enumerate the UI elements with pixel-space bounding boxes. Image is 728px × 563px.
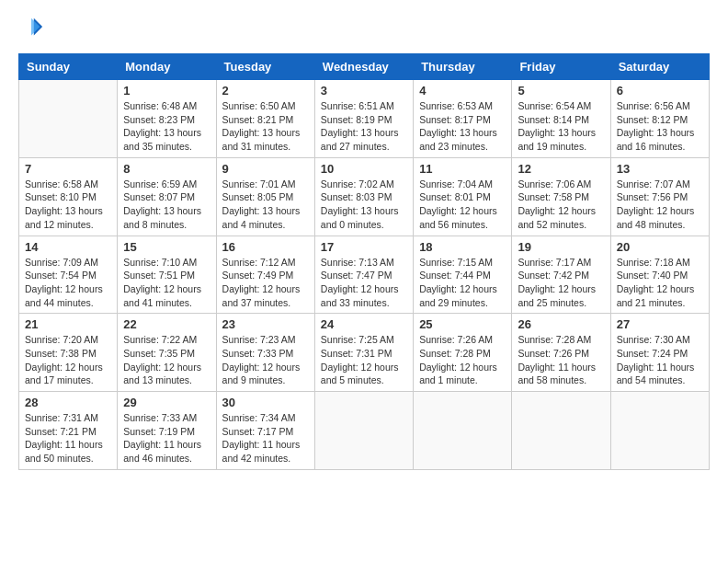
calendar-cell: 8Sunrise: 6:59 AM Sunset: 8:07 PM Daylig…	[118, 157, 216, 236]
day-number: 15	[123, 240, 210, 254]
day-number: 9	[222, 162, 309, 176]
day-number: 22	[123, 317, 210, 331]
day-info: Sunrise: 7:17 AM Sunset: 7:42 PM Dayligh…	[518, 256, 604, 310]
day-info: Sunrise: 6:50 AM Sunset: 8:21 PM Dayligh…	[222, 99, 309, 154]
day-info: Sunrise: 7:20 AM Sunset: 7:38 PM Dayligh…	[25, 333, 111, 387]
day-info: Sunrise: 7:34 AM Sunset: 7:17 PM Dayligh…	[222, 411, 309, 465]
calendar-cell: 1Sunrise: 6:48 AM Sunset: 8:23 PM Daylig…	[118, 80, 216, 158]
day-info: Sunrise: 7:26 AM Sunset: 7:28 PM Dayligh…	[419, 333, 506, 387]
day-info: Sunrise: 7:28 AM Sunset: 7:26 PM Dayligh…	[518, 333, 604, 387]
calendar-cell: 22Sunrise: 7:22 AM Sunset: 7:35 PM Dayli…	[118, 314, 216, 392]
calendar-cell: 30Sunrise: 7:34 AM Sunset: 7:17 PM Dayli…	[216, 392, 314, 470]
calendar-week-row: 1Sunrise: 6:48 AM Sunset: 8:23 PM Daylig…	[19, 80, 710, 158]
day-number: 4	[419, 84, 506, 98]
day-info: Sunrise: 6:51 AM Sunset: 8:19 PM Dayligh…	[321, 99, 407, 154]
day-info: Sunrise: 7:18 AM Sunset: 7:40 PM Dayligh…	[617, 256, 703, 310]
calendar-cell: 23Sunrise: 7:23 AM Sunset: 7:33 PM Dayli…	[216, 314, 314, 392]
calendar-cell: 18Sunrise: 7:15 AM Sunset: 7:44 PM Dayli…	[414, 236, 512, 314]
calendar-cell	[414, 392, 512, 470]
day-info: Sunrise: 7:33 AM Sunset: 7:19 PM Dayligh…	[123, 411, 210, 465]
day-info: Sunrise: 6:48 AM Sunset: 8:23 PM Dayligh…	[123, 99, 210, 154]
day-info: Sunrise: 6:54 AM Sunset: 8:14 PM Dayligh…	[518, 99, 604, 154]
calendar-header-row: SundayMondayTuesdayWednesdayThursdayFrid…	[19, 54, 710, 80]
day-number: 26	[518, 317, 604, 331]
logo	[18, 18, 44, 44]
day-number: 11	[419, 162, 506, 176]
calendar-cell: 28Sunrise: 7:31 AM Sunset: 7:21 PM Dayli…	[19, 392, 118, 470]
calendar-week-row: 14Sunrise: 7:09 AM Sunset: 7:54 PM Dayli…	[19, 236, 710, 314]
calendar-cell: 7Sunrise: 6:58 AM Sunset: 8:10 PM Daylig…	[19, 157, 118, 236]
day-info: Sunrise: 7:31 AM Sunset: 7:21 PM Dayligh…	[25, 411, 111, 465]
calendar-cell: 10Sunrise: 7:02 AM Sunset: 8:03 PM Dayli…	[314, 157, 413, 236]
calendar-week-row: 21Sunrise: 7:20 AM Sunset: 7:38 PM Dayli…	[19, 314, 710, 392]
calendar-cell	[610, 392, 709, 470]
day-number: 25	[419, 317, 506, 331]
calendar-cell	[314, 392, 413, 470]
day-number: 5	[518, 84, 604, 98]
day-number: 27	[617, 317, 703, 331]
calendar-table: SundayMondayTuesdayWednesdayThursdayFrid…	[18, 53, 710, 470]
calendar-week-row: 7Sunrise: 6:58 AM Sunset: 8:10 PM Daylig…	[19, 157, 710, 236]
logo-icon	[18, 15, 44, 40]
day-info: Sunrise: 7:13 AM Sunset: 7:47 PM Dayligh…	[321, 256, 407, 310]
day-info: Sunrise: 7:04 AM Sunset: 8:01 PM Dayligh…	[419, 178, 506, 232]
column-header-sunday: Sunday	[19, 54, 118, 80]
calendar-cell: 27Sunrise: 7:30 AM Sunset: 7:24 PM Dayli…	[610, 314, 709, 392]
day-info: Sunrise: 7:22 AM Sunset: 7:35 PM Dayligh…	[123, 333, 210, 387]
calendar-cell: 26Sunrise: 7:28 AM Sunset: 7:26 PM Dayli…	[512, 314, 610, 392]
day-info: Sunrise: 7:01 AM Sunset: 8:05 PM Dayligh…	[222, 178, 309, 232]
calendar-cell: 20Sunrise: 7:18 AM Sunset: 7:40 PM Dayli…	[610, 236, 709, 314]
day-number: 8	[123, 162, 210, 176]
day-number: 13	[617, 162, 703, 176]
day-number: 23	[222, 317, 309, 331]
calendar-cell: 16Sunrise: 7:12 AM Sunset: 7:49 PM Dayli…	[216, 236, 314, 314]
calendar-cell: 11Sunrise: 7:04 AM Sunset: 8:01 PM Dayli…	[414, 157, 512, 236]
day-number: 18	[419, 240, 506, 254]
day-info: Sunrise: 7:12 AM Sunset: 7:49 PM Dayligh…	[222, 256, 309, 310]
day-info: Sunrise: 7:10 AM Sunset: 7:51 PM Dayligh…	[123, 256, 210, 310]
day-info: Sunrise: 6:56 AM Sunset: 8:12 PM Dayligh…	[617, 99, 703, 154]
page-header	[18, 18, 710, 44]
day-number: 2	[222, 84, 309, 98]
day-number: 12	[518, 162, 604, 176]
day-number: 7	[25, 162, 111, 176]
column-header-tuesday: Tuesday	[216, 54, 314, 80]
day-number: 21	[25, 317, 111, 331]
day-number: 28	[25, 396, 111, 409]
day-number: 20	[617, 240, 703, 254]
day-number: 14	[25, 240, 111, 254]
column-header-thursday: Thursday	[414, 54, 512, 80]
calendar-cell: 17Sunrise: 7:13 AM Sunset: 7:47 PM Dayli…	[314, 236, 413, 314]
calendar-cell	[512, 392, 610, 470]
day-number: 17	[321, 240, 407, 254]
day-info: Sunrise: 7:02 AM Sunset: 8:03 PM Dayligh…	[321, 178, 407, 232]
column-header-saturday: Saturday	[610, 54, 709, 80]
day-info: Sunrise: 7:23 AM Sunset: 7:33 PM Dayligh…	[222, 333, 309, 387]
day-number: 30	[222, 396, 309, 409]
day-info: Sunrise: 7:25 AM Sunset: 7:31 PM Dayligh…	[321, 333, 407, 387]
calendar-cell: 2Sunrise: 6:50 AM Sunset: 8:21 PM Daylig…	[216, 80, 314, 158]
calendar-cell: 25Sunrise: 7:26 AM Sunset: 7:28 PM Dayli…	[414, 314, 512, 392]
calendar-cell: 9Sunrise: 7:01 AM Sunset: 8:05 PM Daylig…	[216, 157, 314, 236]
day-number: 3	[321, 84, 407, 98]
calendar-cell: 21Sunrise: 7:20 AM Sunset: 7:38 PM Dayli…	[19, 314, 118, 392]
day-number: 19	[518, 240, 604, 254]
column-header-monday: Monday	[118, 54, 216, 80]
calendar-cell: 12Sunrise: 7:06 AM Sunset: 7:58 PM Dayli…	[512, 157, 610, 236]
day-info: Sunrise: 6:58 AM Sunset: 8:10 PM Dayligh…	[25, 178, 111, 232]
day-number: 16	[222, 240, 309, 254]
day-info: Sunrise: 7:07 AM Sunset: 7:56 PM Dayligh…	[617, 178, 703, 232]
calendar-cell: 3Sunrise: 6:51 AM Sunset: 8:19 PM Daylig…	[314, 80, 413, 158]
calendar-cell: 14Sunrise: 7:09 AM Sunset: 7:54 PM Dayli…	[19, 236, 118, 314]
calendar-cell: 5Sunrise: 6:54 AM Sunset: 8:14 PM Daylig…	[512, 80, 610, 158]
calendar-cell	[19, 80, 118, 158]
calendar-cell: 6Sunrise: 6:56 AM Sunset: 8:12 PM Daylig…	[610, 80, 709, 158]
calendar-cell: 13Sunrise: 7:07 AM Sunset: 7:56 PM Dayli…	[610, 157, 709, 236]
day-number: 24	[321, 317, 407, 331]
calendar-cell: 19Sunrise: 7:17 AM Sunset: 7:42 PM Dayli…	[512, 236, 610, 314]
day-info: Sunrise: 6:53 AM Sunset: 8:17 PM Dayligh…	[419, 99, 506, 154]
calendar-cell: 4Sunrise: 6:53 AM Sunset: 8:17 PM Daylig…	[414, 80, 512, 158]
day-info: Sunrise: 7:06 AM Sunset: 7:58 PM Dayligh…	[518, 178, 604, 232]
day-info: Sunrise: 7:30 AM Sunset: 7:24 PM Dayligh…	[617, 333, 703, 387]
day-number: 29	[123, 396, 210, 409]
